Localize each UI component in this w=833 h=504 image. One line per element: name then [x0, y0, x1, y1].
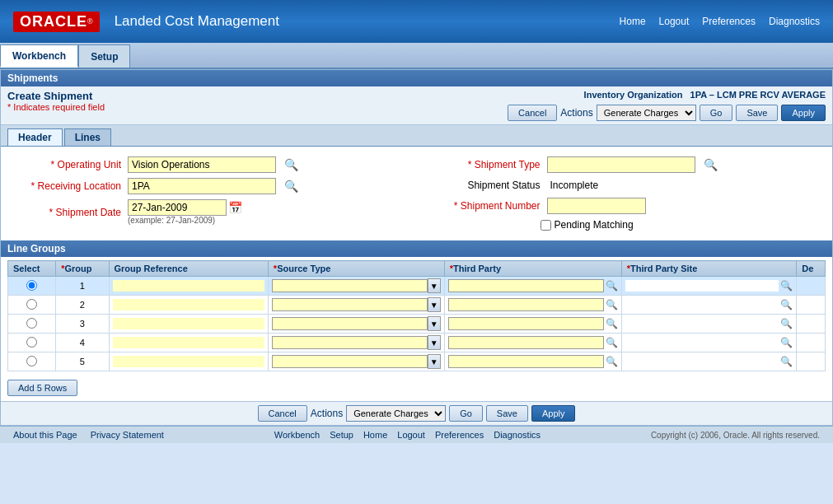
- operating-unit-row: * Operating Unit 🔍: [14, 156, 400, 173]
- third-party-search-4[interactable]: 🔍: [606, 337, 618, 348]
- footer-nav-home[interactable]: Home: [363, 430, 387, 440]
- top-apply-button[interactable]: Apply: [781, 105, 826, 121]
- third-party-site-5[interactable]: 🔍: [621, 352, 797, 371]
- bottom-cancel-button[interactable]: Cancel: [258, 405, 307, 422]
- bottom-go-button[interactable]: Go: [449, 405, 483, 422]
- select-radio-4[interactable]: [8, 334, 56, 352]
- form-cols: * Operating Unit 🔍 * Receiving Location …: [14, 156, 819, 231]
- source-type-2[interactable]: ▼: [268, 296, 444, 315]
- shipment-type-input[interactable]: [547, 156, 695, 173]
- group-ref-3[interactable]: [109, 315, 268, 334]
- footer-copyright: Copyright (c) 2006, Oracle. All rights r…: [651, 431, 820, 440]
- shipment-number-input[interactable]: [547, 198, 646, 214]
- third-party-4[interactable]: 🔍: [444, 334, 621, 352]
- source-type-dropdown-3[interactable]: ▼: [428, 316, 441, 331]
- source-type-dropdown-1[interactable]: ▼: [428, 278, 441, 293]
- nav-logout[interactable]: Logout: [659, 16, 690, 27]
- required-note: * Indicates required field: [7, 102, 105, 112]
- third-party-1[interactable]: 🔍: [444, 277, 621, 296]
- footer-nav-logout[interactable]: Logout: [397, 430, 425, 440]
- third-party-site-2[interactable]: 🔍: [621, 296, 797, 315]
- table-container: Select *Group Group Reference *Source Ty…: [1, 257, 832, 375]
- col-source-type: *Source Type: [268, 261, 444, 277]
- top-cancel-button[interactable]: Cancel: [508, 105, 557, 121]
- source-type-3[interactable]: ▼: [268, 315, 444, 334]
- third-party-search-5[interactable]: 🔍: [606, 356, 618, 367]
- third-party-site-3[interactable]: 🔍: [621, 315, 797, 334]
- third-party-site-4[interactable]: 🔍: [621, 334, 797, 352]
- top-actions-dropdown[interactable]: Generate Charges: [597, 105, 696, 121]
- third-party-site-search-1[interactable]: 🔍: [780, 280, 793, 292]
- shipment-type-label: * Shipment Type: [433, 159, 541, 170]
- bottom-actions-label: Actions: [311, 408, 343, 419]
- select-radio-1[interactable]: [8, 277, 56, 296]
- footer-about[interactable]: About this Page: [13, 430, 77, 440]
- tab-lines[interactable]: Lines: [64, 128, 111, 146]
- third-party-search-2[interactable]: 🔍: [606, 299, 618, 310]
- org-label: Inventory Organization: [584, 90, 683, 100]
- group-ref-2[interactable]: [109, 296, 268, 315]
- de-1: [797, 277, 826, 296]
- footer-links: About this Page Privacy Statement: [13, 430, 164, 440]
- footer-nav-diagnostics[interactable]: Diagnostics: [494, 430, 541, 440]
- form-col-left: * Operating Unit 🔍 * Receiving Location …: [14, 156, 400, 231]
- calendar-icon[interactable]: 📅: [228, 201, 242, 214]
- source-type-dropdown-5[interactable]: ▼: [428, 354, 441, 369]
- tab-workbench[interactable]: Workbench: [0, 44, 78, 68]
- source-type-dropdown-4[interactable]: ▼: [428, 335, 441, 350]
- source-type-5[interactable]: ▼: [268, 352, 444, 371]
- form-area: * Operating Unit 🔍 * Receiving Location …: [1, 147, 832, 240]
- operating-unit-search-icon[interactable]: 🔍: [284, 158, 298, 171]
- tab-setup[interactable]: Setup: [78, 44, 130, 68]
- footer-nav-setup[interactable]: Setup: [330, 430, 353, 440]
- third-party-2[interactable]: 🔍: [444, 296, 621, 315]
- group-ref-1[interactable]: [109, 277, 268, 296]
- bottom-actions-dropdown[interactable]: Generate Charges: [346, 405, 446, 422]
- nav-preferences[interactable]: Preferences: [702, 16, 756, 27]
- third-party-site-1[interactable]: 🔍: [621, 277, 797, 296]
- third-party-3[interactable]: 🔍: [444, 315, 621, 334]
- nav-diagnostics[interactable]: Diagnostics: [769, 16, 820, 27]
- line-groups-header: Line Groups: [1, 240, 832, 257]
- source-type-4[interactable]: ▼: [268, 334, 444, 352]
- select-radio-5[interactable]: [8, 352, 56, 371]
- tab-header[interactable]: Header: [7, 128, 63, 146]
- shipment-type-search-icon[interactable]: 🔍: [704, 158, 718, 171]
- third-party-5[interactable]: 🔍: [444, 352, 621, 371]
- col-select: Select: [8, 261, 56, 277]
- bottom-apply-button[interactable]: Apply: [531, 405, 576, 422]
- footer-nav-preferences[interactable]: Preferences: [435, 430, 484, 440]
- third-party-search-3[interactable]: 🔍: [606, 318, 618, 329]
- de-5: [797, 352, 826, 371]
- date-example: (example: 27-Jan-2009): [128, 216, 242, 225]
- third-party-site-search-4[interactable]: 🔍: [780, 337, 793, 348]
- nav-home[interactable]: Home: [620, 16, 646, 27]
- bottom-save-button[interactable]: Save: [486, 405, 528, 422]
- top-go-button[interactable]: Go: [700, 105, 733, 121]
- source-type-dropdown-2[interactable]: ▼: [428, 297, 441, 312]
- receiving-location-search-icon[interactable]: 🔍: [284, 180, 298, 193]
- third-party-site-search-2[interactable]: 🔍: [780, 299, 793, 310]
- sub-tab-bar: Header Lines: [1, 125, 832, 147]
- select-radio-3[interactable]: [8, 315, 56, 334]
- operating-unit-input[interactable]: [128, 156, 276, 173]
- pending-matching-checkbox[interactable]: [541, 220, 551, 231]
- third-party-search-1[interactable]: 🔍: [606, 280, 618, 292]
- footer-privacy[interactable]: Privacy Statement: [91, 430, 164, 440]
- top-save-button[interactable]: Save: [736, 105, 778, 121]
- top-action-bar: Cancel Actions Generate Charges Go Save …: [508, 105, 826, 121]
- table-row: 5 ▼ 🔍: [8, 352, 826, 371]
- receiving-location-input[interactable]: [128, 178, 276, 194]
- group-num-4: 4: [56, 334, 109, 352]
- group-ref-5[interactable]: [109, 352, 268, 371]
- add-5-rows-button[interactable]: Add 5 Rows: [7, 380, 77, 396]
- de-4: [797, 334, 826, 352]
- de-2: [797, 296, 826, 315]
- group-ref-4[interactable]: [109, 334, 268, 352]
- shipment-date-input[interactable]: [128, 199, 227, 216]
- source-type-1[interactable]: ▼: [268, 277, 444, 296]
- third-party-site-search-5[interactable]: 🔍: [780, 356, 793, 367]
- select-radio-2[interactable]: [8, 296, 56, 315]
- third-party-site-search-3[interactable]: 🔍: [780, 318, 793, 329]
- footer-nav-workbench[interactable]: Workbench: [274, 430, 320, 440]
